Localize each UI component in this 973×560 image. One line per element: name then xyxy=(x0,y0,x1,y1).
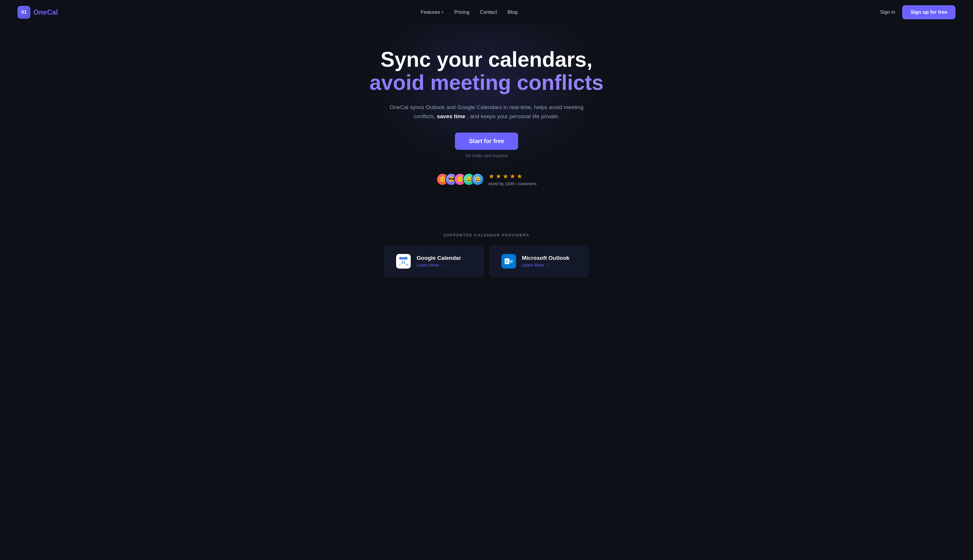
nav-contact[interactable]: Contact xyxy=(480,9,497,15)
hero-title-line1: Sync your calendars, xyxy=(6,48,967,71)
nav-pricing[interactable]: Pricing xyxy=(454,9,469,15)
google-calendar-learn-more[interactable]: Learn More → xyxy=(417,262,445,267)
nav-actions: Sign in Sign up for free xyxy=(880,5,955,19)
cta-section: Start for free No credit card required xyxy=(6,133,967,158)
microsoft-outlook-info: Microsoft Outlook Learn More → xyxy=(522,255,570,268)
star-icon: ★ xyxy=(503,173,508,180)
nav-features[interactable]: Features ▾ xyxy=(420,9,443,15)
svg-rect-10 xyxy=(407,264,408,265)
avatars-group: 😊 😎 🙂 😄 😃 xyxy=(437,173,484,185)
loved-text: loved by 1000+ customers xyxy=(488,182,536,186)
providers-label: SUPPORTED CALENDAR PROVIDERS xyxy=(18,233,955,237)
logo[interactable]: 01 OneCal xyxy=(18,6,58,19)
hero-section: Sync your calendars, avoid meeting confl… xyxy=(0,25,973,227)
no-credit-card-text: No credit card required xyxy=(466,153,507,158)
microsoft-outlook-card[interactable]: O Microsoft Outlook Learn More → xyxy=(490,245,589,277)
star-icon: ★ xyxy=(488,173,495,180)
svg-text:31: 31 xyxy=(402,260,405,265)
svg-text:O: O xyxy=(506,260,508,263)
hero-title-line2: avoid meeting conflicts xyxy=(6,71,967,94)
stars: ★ ★ ★ ★ ★ xyxy=(488,173,523,180)
features-chevron-icon: ▾ xyxy=(442,10,443,14)
start-free-button[interactable]: Start for free xyxy=(455,133,518,150)
sign-in-button[interactable]: Sign in xyxy=(880,9,895,15)
avatar: 😃 xyxy=(472,173,484,185)
star-icon: ★ xyxy=(496,173,501,180)
social-proof: 😊 😎 🙂 😄 😃 ★ ★ ★ ★ ★ loved by 1000+ custo… xyxy=(6,173,967,186)
svg-rect-8 xyxy=(407,257,408,258)
logo-icon: 01 xyxy=(18,6,30,19)
google-calendar-info: Google Calendar Learn More → xyxy=(417,255,461,268)
svg-rect-9 xyxy=(399,264,400,265)
google-calendar-card[interactable]: 31 Google Calendar Learn More → xyxy=(384,245,483,277)
nav-blog[interactable]: Blog xyxy=(508,9,518,15)
star-icon: ★ xyxy=(516,173,523,180)
logo-text: OneCal xyxy=(33,8,58,17)
hero-description: OneCal syncs Outlook and Google Calendar… xyxy=(387,103,586,121)
providers-section: SUPPORTED CALENDAR PROVIDERS 31 xyxy=(0,227,973,295)
svg-rect-3 xyxy=(399,259,408,260)
svg-rect-6 xyxy=(405,257,407,258)
google-calendar-icon: 31 xyxy=(396,254,411,268)
nav-links: Features ▾ Pricing Contact Blog xyxy=(420,9,518,15)
google-calendar-name: Google Calendar xyxy=(417,255,461,261)
star-icon: ★ xyxy=(510,173,515,180)
microsoft-outlook-icon: O xyxy=(501,254,516,268)
navbar: 01 OneCal Features ▾ Pricing Contact Blo… xyxy=(0,0,973,25)
providers-grid: 31 Google Calendar Learn More → xyxy=(384,245,589,277)
signup-button[interactable]: Sign up for free xyxy=(902,5,955,19)
microsoft-outlook-name: Microsoft Outlook xyxy=(522,255,570,261)
svg-rect-7 xyxy=(399,257,400,258)
rating-area: ★ ★ ★ ★ ★ loved by 1000+ customers xyxy=(488,173,536,186)
svg-rect-5 xyxy=(400,257,402,258)
microsoft-outlook-learn-more[interactable]: Learn More → xyxy=(522,262,550,267)
